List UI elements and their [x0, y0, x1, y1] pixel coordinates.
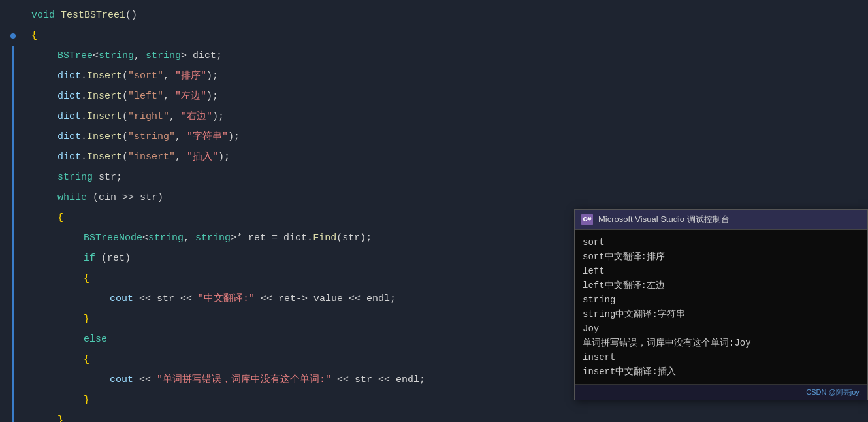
- code-line-6: dict.Insert("right", "右边");: [0, 106, 868, 127]
- code-editor: void TestBSTree1() { BSTree<string, stri…: [0, 0, 868, 422]
- console-line-5: string: [583, 293, 860, 307]
- console-line-1: sort: [583, 235, 860, 250]
- code-line-9: string str;: [0, 167, 868, 187]
- gutter-15: [10, 289, 24, 309]
- gutter-14: [10, 268, 24, 289]
- code-line-2: {: [0, 25, 868, 46]
- gutter-16: [10, 309, 24, 329]
- gutter-6: [10, 106, 24, 127]
- gutter-20: [10, 390, 24, 410]
- console-line-10: insert中文翻译:插入: [583, 365, 860, 379]
- console-line-6: string中文翻译:字符串: [583, 307, 860, 321]
- console-line-9: insert: [583, 350, 860, 365]
- code-line-21: }: [0, 410, 868, 422]
- gutter-5: [10, 86, 24, 106]
- gutter-9: [10, 167, 24, 187]
- gutter-7: [10, 127, 24, 147]
- console-line-2: sort中文翻译:排序: [583, 250, 860, 264]
- gutter-12: [10, 228, 24, 248]
- gutter-2: [10, 33, 24, 39]
- console-line-4: left中文翻译:左边: [583, 278, 860, 293]
- gutter-21: [10, 410, 24, 422]
- console-line-3: left: [583, 264, 860, 278]
- console-icon: C#: [581, 214, 593, 225]
- console-titlebar: C# Microsoft Visual Studio 调试控制台: [575, 210, 867, 230]
- code-line-8: dict.Insert("insert", "插入");: [0, 147, 868, 167]
- gutter-3: [10, 46, 24, 66]
- gutter-8: [10, 147, 24, 167]
- gutter-10: [10, 187, 24, 208]
- code-line-7: dict.Insert("string", "字符串");: [0, 127, 868, 147]
- code-line-4: dict.Insert("sort", "排序");: [0, 66, 868, 86]
- console-line-8: 单词拼写错误，词库中没有这个单词:Joy: [583, 336, 860, 350]
- gutter-4: [10, 66, 24, 86]
- gutter-18: [10, 349, 24, 370]
- code-line-5: dict.Insert("left", "左边");: [0, 86, 868, 106]
- code-line-1: void TestBSTree1(): [0, 5, 868, 25]
- gutter-17: [10, 329, 24, 349]
- console-line-7: Joy: [583, 321, 860, 336]
- gutter-19: [10, 370, 24, 390]
- console-title: Microsoft Visual Studio 调试控制台: [598, 214, 730, 225]
- code-line-10: while (cin >> str): [0, 187, 868, 208]
- console-window: C# Microsoft Visual Studio 调试控制台 sort so…: [574, 209, 868, 400]
- console-body: sort sort中文翻译:排序 left left中文翻译:左边 string…: [575, 230, 867, 384]
- csdn-label: CSDN @阿亮joy.: [806, 388, 861, 396]
- code-line-3: BSTree<string, string> dict;: [0, 46, 868, 66]
- gutter-11: [10, 208, 24, 228]
- console-footer: CSDN @阿亮joy.: [575, 384, 867, 400]
- gutter-13: [10, 248, 24, 268]
